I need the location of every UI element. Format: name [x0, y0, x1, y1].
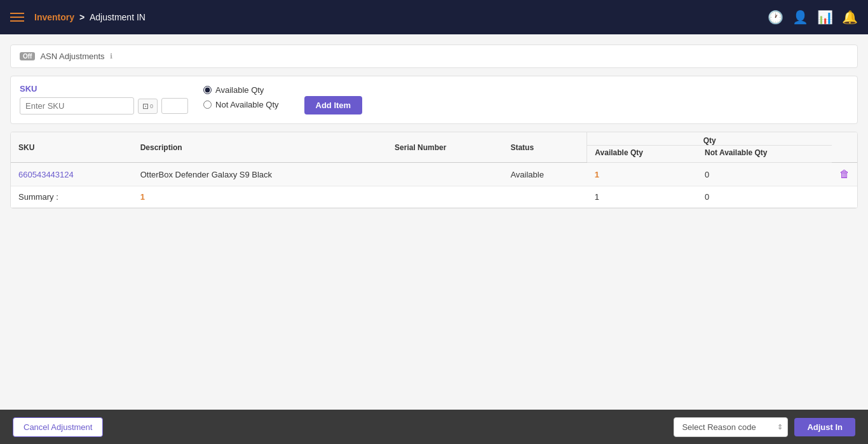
scan-symbol: ⊡	[142, 102, 149, 111]
row-sku: 660543443124	[11, 163, 133, 186]
col-header-status: Status	[503, 132, 587, 163]
col-header-serial-number: Serial Number	[387, 132, 503, 163]
not-available-qty-label[interactable]: Not Available Qty	[215, 100, 278, 109]
sku-input-row: ⊡ 0 1	[20, 97, 188, 114]
col-header-description: Description	[133, 132, 387, 163]
summary-count-value: 1	[140, 192, 145, 202]
add-item-button[interactable]: Add Item	[304, 96, 363, 114]
breadcrumb: Inventory > Adjustment IN	[34, 12, 146, 22]
adjust-in-button[interactable]: Adjust In	[794, 418, 855, 436]
items-table-wrapper: SKU Description Serial Number Status Qty…	[10, 132, 858, 209]
col-header-available-qty: Available Qty	[587, 146, 697, 163]
toggle-state-badge[interactable]: Off	[20, 52, 35, 60]
asn-toggle-row: Off ASN Adjustments ℹ	[10, 45, 858, 68]
breadcrumb-inventory[interactable]: Inventory	[34, 12, 74, 22]
reason-code-select[interactable]: Select Reason code	[674, 417, 788, 437]
table-row: 660543443124 OtterBox Defender Galaxy S9…	[11, 163, 857, 186]
breadcrumb-separator: >	[79, 12, 85, 22]
page-footer: Cancel Adjustment Select Reason code Adj…	[0, 410, 868, 444]
hamburger-menu[interactable]	[10, 13, 24, 22]
clock-icon[interactable]: 🕐	[768, 10, 783, 25]
row-status: Available	[503, 163, 587, 186]
not-available-qty-radio[interactable]	[203, 101, 212, 109]
row-description: OtterBox Defender Galaxy S9 Black	[133, 163, 387, 186]
bell-icon[interactable]: 🔔	[842, 10, 858, 25]
cancel-adjustment-button[interactable]: Cancel Adjustment	[13, 417, 103, 437]
scan-superscript: 0	[150, 103, 153, 109]
summary-label: Summary :	[11, 186, 133, 208]
summary-not-available-qty: 0	[697, 186, 832, 208]
col-header-not-available-qty: Not Available Qty	[697, 146, 832, 163]
reason-code-wrapper: Select Reason code	[674, 417, 788, 437]
header-left: Inventory > Adjustment IN	[10, 12, 146, 22]
qty-input[interactable]: 1	[161, 98, 188, 114]
header-icons: 🕐 👤 📊 🔔	[768, 10, 858, 25]
sku-left: SKU ⊡ 0 1	[20, 84, 188, 114]
user-icon[interactable]: 👤	[792, 10, 808, 25]
delete-row-button[interactable]: 🗑	[839, 169, 850, 180]
col-header-actions	[832, 132, 857, 163]
table-body: 660543443124 OtterBox Defender Galaxy S9…	[11, 163, 857, 208]
row-actions: 🗑	[832, 163, 857, 186]
asn-toggle-label: ASN Adjustments	[40, 52, 104, 61]
col-header-qty-group: Qty	[587, 132, 832, 146]
not-available-qty-radio-row: Not Available Qty	[203, 100, 278, 109]
main-content: Off ASN Adjustments ℹ SKU ⊡ 0 1 Availabl…	[0, 34, 868, 410]
summary-available-qty: 1	[587, 186, 697, 208]
table-group-header-row: SKU Description Serial Number Status Qty	[11, 132, 857, 146]
sku-link[interactable]: 660543443124	[18, 170, 74, 179]
footer-right: Select Reason code Adjust In	[674, 417, 855, 437]
available-qty-radio-row: Available Qty	[203, 85, 278, 95]
row-serial-number	[387, 163, 503, 186]
chart-icon[interactable]: 📊	[817, 10, 833, 25]
summary-actions	[832, 186, 857, 208]
available-qty-label[interactable]: Available Qty	[215, 85, 264, 95]
summary-status	[503, 186, 587, 208]
summary-count: 1	[133, 186, 387, 208]
breadcrumb-page: Adjustment IN	[90, 12, 146, 22]
asn-info-icon[interactable]: ℹ	[110, 52, 112, 60]
summary-serial	[387, 186, 503, 208]
sku-section: SKU ⊡ 0 1 Available Qty Not Available Qt…	[10, 76, 858, 124]
items-table: SKU Description Serial Number Status Qty…	[11, 132, 857, 208]
row-available-qty: 1	[587, 163, 697, 186]
sku-input[interactable]	[20, 97, 134, 114]
sku-label: SKU	[20, 84, 188, 94]
app-header: Inventory > Adjustment IN 🕐 👤 📊 🔔	[0, 0, 868, 34]
row-not-available-qty: 0	[697, 163, 832, 186]
available-qty-radio[interactable]	[203, 86, 212, 94]
summary-row: Summary : 1 1 0	[11, 186, 857, 208]
col-header-sku: SKU	[11, 132, 133, 163]
scan-icon[interactable]: ⊡ 0	[138, 99, 158, 114]
sku-right: Available Qty Not Available Qty	[203, 84, 278, 109]
